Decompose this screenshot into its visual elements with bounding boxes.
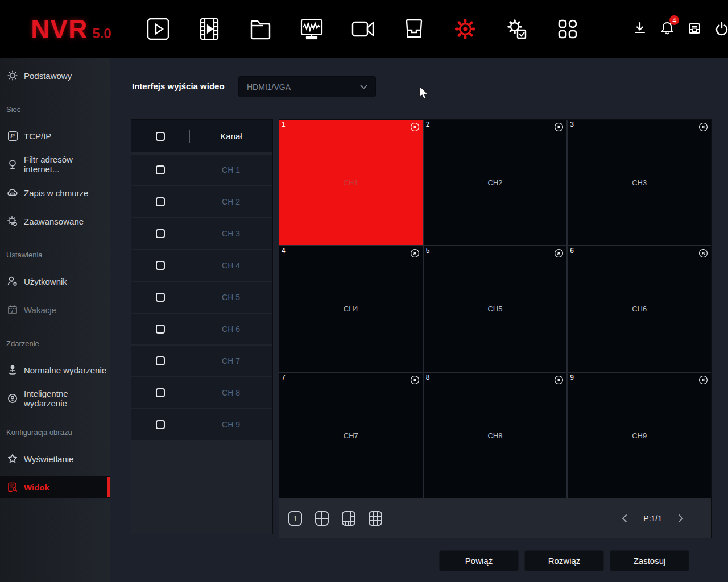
channel-label: CH3 <box>632 178 647 187</box>
sidebar-item-display[interactable]: Wyświetlanie <box>0 448 110 469</box>
sidebar-item-view[interactable]: Widok <box>0 476 110 498</box>
chevron-right-icon[interactable] <box>678 514 684 523</box>
table-row[interactable]: CH 3 <box>131 218 272 249</box>
row-checkbox[interactable] <box>156 420 165 429</box>
sidebar-item-label: Filtr adresów internet... <box>24 155 110 174</box>
pagination: P:1/1 <box>622 514 684 523</box>
close-icon[interactable] <box>698 248 708 258</box>
apps-icon[interactable] <box>553 15 582 43</box>
unbind-button[interactable]: Rozwiąż <box>524 550 604 571</box>
main-content: Interfejs wyjścia wideo HDMI1/VGA Kanał … <box>110 58 728 582</box>
system-status-icon[interactable] <box>297 15 326 43</box>
sidebar-item-normal-event[interactable]: Normalne wydarzenie <box>0 359 110 381</box>
topbar-utilities: 4 <box>630 19 728 38</box>
sidebar-item-user[interactable]: Użytkownik <box>0 271 110 292</box>
channel-label: CH6 <box>632 305 647 313</box>
video-tile-8[interactable]: 8 CH8 <box>424 373 567 498</box>
row-checkbox[interactable] <box>156 165 165 174</box>
table-row[interactable]: CH 4 <box>131 250 272 281</box>
address-filter-icon <box>6 158 19 171</box>
video-output-label: Interfejs wyjścia wideo <box>132 81 225 91</box>
sidebar: Podstawowy Sieć P TCP/IP Filtr adresów i… <box>0 58 110 582</box>
close-icon[interactable] <box>554 248 564 258</box>
row-checkbox[interactable] <box>156 325 165 334</box>
playback-icon[interactable] <box>195 15 224 43</box>
video-tile-7[interactable]: 7 CH7 <box>279 373 423 498</box>
sidebar-item-label: Wakacje <box>24 305 56 315</box>
video-tile-2[interactable]: 2 CH2 <box>424 120 567 245</box>
channel-column-title: Kanał <box>190 131 272 141</box>
person-icon <box>6 364 19 376</box>
camera-icon[interactable] <box>349 15 377 43</box>
gear-icon <box>6 69 19 82</box>
calendar-icon: 7 <box>6 304 19 316</box>
sidebar-item-address-filter[interactable]: Filtr adresów internet... <box>0 153 110 175</box>
sidebar-item-label: Użytkownik <box>24 277 67 286</box>
live-view-icon[interactable] <box>144 15 172 43</box>
close-icon[interactable] <box>410 122 420 132</box>
video-tile-9[interactable]: 9 CH9 <box>568 373 711 498</box>
export-icon[interactable] <box>685 19 704 38</box>
row-checkbox[interactable] <box>156 388 165 397</box>
file-management-icon[interactable] <box>246 15 275 43</box>
layout-one-plus-five-icon[interactable] <box>340 510 357 527</box>
close-icon[interactable] <box>554 375 564 385</box>
table-row[interactable]: CH 6 <box>131 314 272 344</box>
layout-quad-icon[interactable] <box>313 510 330 527</box>
row-checkbox[interactable] <box>156 197 165 206</box>
sidebar-item-cloud-storage[interactable]: Zapis w chmurze <box>0 182 110 203</box>
sidebar-item-basic[interactable]: Podstawowy <box>0 65 110 86</box>
table-row[interactable]: CH 9 <box>131 409 272 440</box>
apply-button[interactable]: Zastosuj <box>610 550 689 571</box>
row-checkbox[interactable] <box>156 261 165 270</box>
alarm-bell-icon[interactable]: 4 <box>657 19 677 38</box>
close-icon[interactable] <box>410 248 420 258</box>
sidebar-item-tcpip[interactable]: P TCP/IP <box>0 125 110 147</box>
settings-icon[interactable] <box>451 15 479 43</box>
table-row[interactable]: CH 8 <box>131 377 272 408</box>
sidebar-item-label: Inteligentne wydarzenie <box>24 389 110 408</box>
sidebar-section-settings: Ustawienia <box>0 250 110 259</box>
layout-single-icon[interactable]: 1 <box>287 510 304 527</box>
sidebar-item-label: Widok <box>24 483 49 492</box>
download-icon[interactable] <box>630 19 650 38</box>
close-icon[interactable] <box>698 375 708 385</box>
close-icon[interactable] <box>410 375 420 385</box>
gear-advanced-icon <box>6 215 19 227</box>
sidebar-item-holiday[interactable]: 7 Wakacje <box>0 299 110 321</box>
close-icon[interactable] <box>698 122 708 132</box>
storage-icon[interactable] <box>400 15 428 43</box>
channel-label: CH1 <box>344 178 358 187</box>
table-row[interactable]: CH 7 <box>131 346 272 376</box>
user-icon <box>6 275 19 288</box>
table-row[interactable]: CH 5 <box>131 282 272 313</box>
channel-label: CH2 <box>487 178 502 187</box>
close-icon[interactable] <box>554 122 564 132</box>
app-logo: NVR 5.0 <box>31 14 111 44</box>
layout-nine-icon[interactable] <box>367 510 384 527</box>
row-checkbox[interactable] <box>156 293 165 302</box>
power-icon[interactable] <box>712 19 728 38</box>
video-tile-6[interactable]: 6 CH6 <box>568 246 711 371</box>
sidebar-item-label: Zapis w chmurze <box>24 188 88 198</box>
sidebar-item-smart-event[interactable]: Inteligentne wydarzenie <box>0 388 110 409</box>
row-checkbox[interactable] <box>156 229 165 238</box>
video-tile-3[interactable]: 3 CH3 <box>568 120 711 245</box>
table-row[interactable]: CH 1 <box>131 155 272 185</box>
bind-button[interactable]: Powiąż <box>439 550 519 571</box>
maintenance-icon[interactable] <box>502 15 531 43</box>
video-grid: 1 CH1 2 CH2 3 CH3 4 <box>279 120 711 498</box>
sidebar-section-event: Zdarzenie <box>0 339 110 348</box>
video-tile-1[interactable]: 1 CH1 <box>279 120 423 245</box>
video-output-select[interactable]: HDMI1/VGA <box>238 76 376 97</box>
sidebar-item-advanced[interactable]: Zaawansowane <box>0 210 110 232</box>
table-row[interactable]: CH 2 <box>131 186 272 217</box>
row-checkbox[interactable] <box>156 356 165 365</box>
video-tile-5[interactable]: 5 CH5 <box>424 246 567 371</box>
chevron-down-icon <box>360 85 367 89</box>
page-indicator: P:1/1 <box>643 514 662 523</box>
channel-label: CH4 <box>344 305 358 313</box>
select-all-checkbox[interactable] <box>156 132 165 141</box>
video-tile-4[interactable]: 4 CH4 <box>279 246 423 371</box>
chevron-left-icon[interactable] <box>622 514 627 523</box>
